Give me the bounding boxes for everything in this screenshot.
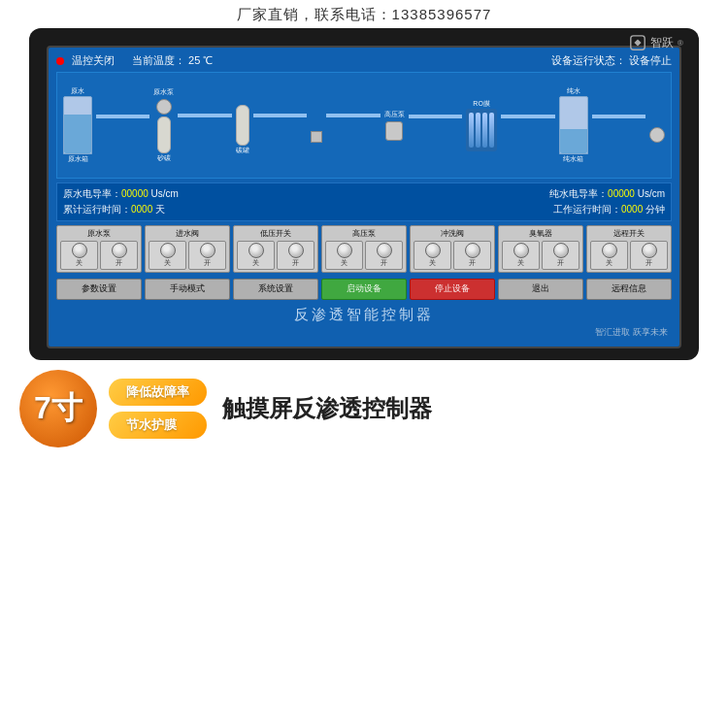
sand-filter: 原水泵 砂碳 [153, 87, 174, 163]
pure-water-tank: 纯水 纯水箱 [559, 86, 588, 164]
pipe6 [501, 115, 554, 118]
switch-2-1[interactable]: 开 [277, 241, 314, 270]
size-badge: 7寸 [19, 370, 97, 447]
feature-tag-2: 节水护膜 [109, 412, 207, 439]
switch-5-1[interactable]: 开 [542, 241, 579, 270]
data-row-2: 累计运行时间：0000 天 工作运行时间：0000 分钟 [63, 202, 665, 217]
raw-water-tank: 原水 原水箱 [63, 86, 92, 164]
pipe2 [178, 114, 231, 117]
ctrl-group-0: 原水泵关开 [56, 225, 142, 273]
device-status: 设备运行状态： 设备停止 [551, 53, 672, 68]
process-diagram: 原水 原水箱 原水泵 砂碳 碳罐 [56, 72, 672, 179]
switch-1-1[interactable]: 开 [188, 241, 226, 270]
ctrl-group-3: 高压泵关开 [321, 225, 407, 273]
top-banner: 厂家直销，联系电话：13385396577 [0, 0, 728, 28]
pipe4 [326, 114, 380, 117]
feature-tag-1: 降低故障率 [109, 379, 207, 406]
screen-subtitle: 智汇进取 跃享未来 [56, 326, 672, 339]
controls-section: 原水泵关开进水阀关开低压开关关开高压泵关开冲洗阀关开臭氧器关开远程开关关开 参数… [56, 225, 672, 300]
switch-1-0[interactable]: 关 [149, 241, 186, 270]
switch-6-1[interactable]: 开 [630, 241, 668, 270]
booster-pump [311, 108, 322, 143]
device-shell: 智跃 ® 温控关闭 当前温度： 25 ℃ 设备运行状态： 设备停止 原水 [29, 28, 699, 360]
brand-icon [629, 34, 646, 51]
screen-title: 反渗透智能控制器 [56, 306, 672, 326]
temp-control-label: 温控关闭 [72, 53, 115, 68]
switch-6-0[interactable]: 关 [590, 241, 628, 270]
action-btn-2[interactable]: 系统设置 [233, 279, 318, 300]
pipe7 [592, 115, 645, 118]
data-section: 原水电导率：00000 Us/cm 纯水电导率：00000 Us/cm 累计运行… [56, 182, 672, 221]
switch-4-1[interactable]: 开 [453, 241, 491, 270]
status-bar: 温控关闭 当前温度： 25 ℃ 设备运行状态： 设备停止 [56, 53, 672, 68]
ctrl-group-1: 进水阀关开 [145, 225, 230, 273]
switch-3-0[interactable]: 关 [325, 241, 363, 270]
action-btn-1[interactable]: 手动模式 [145, 279, 230, 300]
action-btn-5[interactable]: 退出 [498, 279, 583, 300]
action-row: 参数设置手动模式系统设置启动设备停止设备退出远程信息 [56, 279, 672, 300]
product-info: 7寸 降低故障率 节水护膜 触摸屏反渗透控制器 [0, 360, 728, 447]
switch-3-1[interactable]: 开 [365, 241, 403, 270]
output-pump [649, 108, 665, 143]
screen: 温控关闭 当前温度： 25 ℃ 设备运行状态： 设备停止 原水 原水箱 [47, 46, 681, 348]
device-logo: 智跃 ® [629, 34, 683, 51]
switch-0-1[interactable]: 开 [100, 241, 138, 270]
banner-text: 厂家直销，联系电话：13385396577 [237, 6, 492, 22]
high-pressure-pump: 高压泵 [384, 110, 405, 141]
carbon-filter: 碳罐 [236, 95, 249, 155]
switch-row: 原水泵关开进水阀关开低压开关关开高压泵关开冲洗阀关开臭氧器关开远程开关关开 [56, 225, 672, 273]
action-btn-0[interactable]: 参数设置 [56, 279, 142, 300]
product-title: 触摸屏反渗透控制器 [222, 393, 709, 423]
ctrl-group-6: 远程开关关开 [586, 225, 672, 273]
pipe3 [253, 114, 307, 117]
ctrl-group-5: 臭氧器关开 [498, 225, 583, 273]
logo-text: 智跃 [650, 35, 674, 51]
data-row-1: 原水电导率：00000 Us/cm 纯水电导率：00000 Us/cm [63, 186, 665, 202]
action-btn-4[interactable]: 停止设备 [410, 279, 495, 300]
pipe1 [96, 115, 149, 118]
action-btn-6[interactable]: 远程信息 [586, 279, 672, 300]
pipe5 [409, 115, 462, 118]
switch-5-0[interactable]: 关 [502, 241, 540, 270]
feature-tags: 降低故障率 节水护膜 [109, 379, 207, 439]
temp-indicator-dot [56, 57, 64, 65]
ro-membrane: RO膜 [466, 99, 497, 151]
switch-4-0[interactable]: 关 [414, 241, 451, 270]
switch-2-0[interactable]: 关 [237, 241, 275, 270]
switch-0-0[interactable]: 关 [60, 241, 98, 270]
ctrl-group-4: 冲洗阀关开 [410, 225, 495, 273]
ctrl-group-2: 低压开关关开 [233, 225, 318, 273]
current-temp: 当前温度： 25 ℃ [132, 53, 213, 68]
action-btn-3[interactable]: 启动设备 [321, 279, 407, 300]
